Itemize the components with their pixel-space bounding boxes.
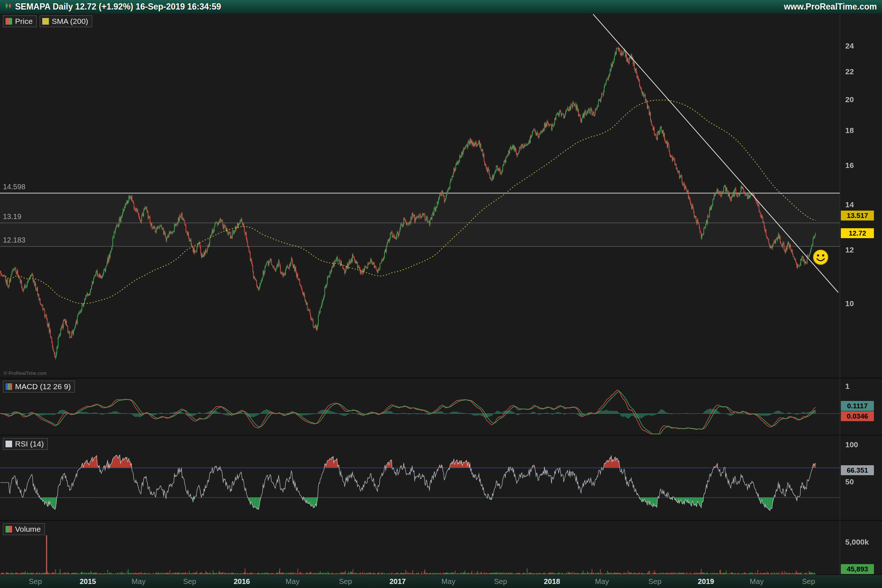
time-axis-month-label: May (750, 578, 764, 586)
price-level-label: 13.19 (3, 212, 21, 221)
legend-price[interactable]: Price (3, 15, 37, 27)
time-axis-month-label: Sep (648, 578, 662, 586)
time-axis-month-label: May (441, 578, 455, 586)
price-level-label: 12.183 (3, 236, 26, 244)
volume-swatch-icon (6, 526, 12, 532)
legend-macd-label: MACD (12 26 9) (15, 382, 71, 391)
time-axis-year-label: 2015 (80, 578, 96, 586)
legend-macd[interactable]: MACD (12 26 9) (3, 381, 75, 393)
price-axis-tick: 16 (845, 161, 854, 170)
price-axis-tick: 20 (845, 95, 854, 104)
smiley-icon[interactable] (813, 249, 829, 266)
volume-axis-tick: 5,000k (845, 538, 869, 546)
time-axis-year-label: 2019 (698, 578, 714, 586)
price-axis-tick: 22 (845, 67, 854, 76)
legend-volume-label: Volume (15, 525, 41, 534)
time-axis-month-label: Sep (183, 578, 196, 586)
candlestick-icon (5, 2, 12, 12)
price-axis-tick: 18 (845, 126, 854, 135)
sma-value-box: 13.517 (841, 211, 874, 220)
time-axis-month-label: Sep (494, 578, 507, 586)
rsi-axis-tick: 50 (845, 477, 854, 486)
rsi-swatch-icon (6, 441, 12, 447)
legend-sma[interactable]: SMA (200) (40, 15, 92, 27)
rsi-value-box: 66.351 (841, 465, 874, 475)
legend-volume[interactable]: Volume (3, 524, 45, 535)
chart-title-text: SEMAPA Daily 12.72 (+1.92%) 16-Sep-2019 … (15, 2, 221, 12)
price-axis-tick: 12 (845, 246, 854, 254)
chart-canvas[interactable] (0, 0, 882, 588)
price-axis-tick: 10 (845, 299, 854, 308)
copyright-text: © ProRealTime.com (4, 370, 46, 376)
price-legend-row: Price SMA (200) (3, 15, 92, 27)
chart-title: SEMAPA Daily 12.72 (+1.92%) 16-Sep-2019 … (5, 2, 221, 12)
legend-rsi[interactable]: RSI (14) (3, 438, 48, 450)
time-axis-month-label: Sep (28, 578, 42, 586)
time-axis-month-label: May (132, 578, 146, 586)
time-axis[interactable]: Sep2015MaySep2016MaySep2017MaySep2018May… (0, 574, 882, 588)
sma-swatch-icon (42, 18, 49, 25)
legend-rsi-label: RSI (14) (15, 440, 44, 448)
time-axis-month-label: May (285, 578, 300, 586)
volume-value-box: 45,893 (841, 564, 874, 574)
time-axis-month-label: May (595, 578, 609, 586)
legend-sma-label: SMA (200) (52, 17, 88, 26)
macd-swatch-icon (6, 383, 12, 390)
time-axis-year-label: 2018 (544, 578, 560, 586)
last-price-box: 12.72 (841, 228, 874, 238)
time-axis-month-label: Sep (339, 578, 352, 586)
time-axis-year-label: 2016 (234, 578, 250, 586)
rsi-axis-tick: 100 (845, 440, 858, 449)
time-axis-month-label: Sep (802, 578, 815, 586)
time-axis-year-label: 2017 (390, 578, 406, 586)
macd-axis-tick: 1 (845, 382, 850, 391)
legend-price-label: Price (15, 17, 33, 26)
macd-signal-value-box: 0.0346 (841, 411, 874, 421)
prorealtime-link[interactable]: www.ProRealTime.com (784, 2, 877, 12)
header-bar: SEMAPA Daily 12.72 (+1.92%) 16-Sep-2019 … (0, 0, 882, 14)
price-level-label: 14.598 (3, 183, 26, 191)
price-swatch-icon (6, 18, 12, 25)
price-axis-tick: 14 (845, 200, 854, 209)
prorealtime-window: SEMAPA Daily 12.72 (+1.92%) 16-Sep-2019 … (0, 0, 882, 588)
macd-line-value-box: 0.1117 (841, 401, 874, 411)
price-axis-tick: 24 (845, 42, 854, 50)
